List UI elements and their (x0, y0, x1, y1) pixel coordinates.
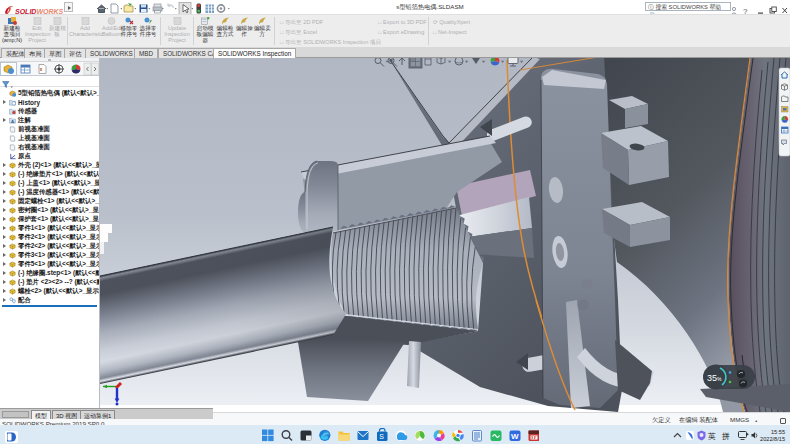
svg-text:英: 英 (708, 432, 716, 441)
svg-text:S: S (379, 433, 384, 440)
svg-text:W: W (511, 432, 519, 441)
svg-text:拼: 拼 (721, 432, 730, 441)
